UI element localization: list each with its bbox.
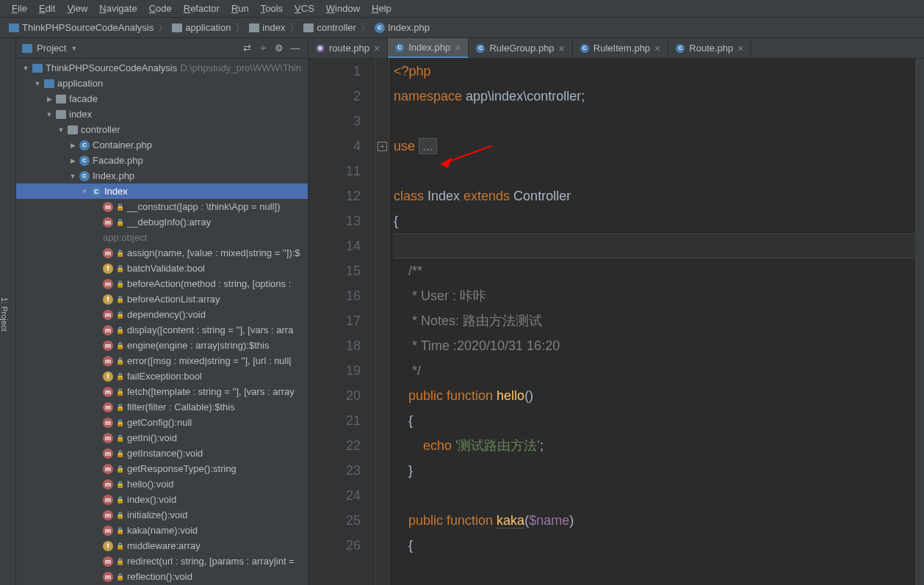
editor-tab[interactable]: ⊞route.php×: [308, 38, 388, 58]
lock-icon: 🔒: [116, 265, 124, 272]
hide-icon[interactable]: —: [289, 42, 302, 55]
tree-item[interactable]: app:object: [16, 230, 308, 245]
tree-item[interactable]: m🔒reflection():void: [16, 569, 308, 584]
tree-arrow[interactable]: [69, 157, 76, 164]
gear-icon[interactable]: ⚙: [272, 42, 286, 55]
tree-item[interactable]: m🔒__construct([app : \think\App = null]): [16, 199, 308, 214]
tree-item[interactable]: f🔒beforeActionList:array: [16, 291, 308, 307]
project-tool-tab[interactable]: 1: Project: [0, 38, 16, 585]
breadcrumb-item[interactable]: ThinkPHPSourceCodeAnalysis: [6, 22, 156, 33]
tree-item[interactable]: m🔒getResponseType():string: [16, 461, 308, 476]
chevron-down-icon[interactable]: ▼: [71, 45, 77, 52]
breadcrumb-item[interactable]: index: [246, 22, 288, 33]
menu-tools[interactable]: Tools: [255, 3, 289, 14]
tree-item[interactable]: f🔒middleware:array: [16, 538, 308, 553]
tree-item[interactable]: m🔒hello():void: [16, 476, 308, 492]
vertical-scrollbar[interactable]: [915, 59, 924, 585]
method-icon: m: [103, 217, 113, 228]
tree-item[interactable]: CFacade.php: [16, 153, 308, 168]
menu-help[interactable]: Help: [366, 3, 397, 14]
tree-label: batchValidate:bool: [127, 263, 205, 274]
method-icon: m: [103, 310, 113, 320]
close-icon[interactable]: ×: [374, 43, 380, 54]
tree-arrow[interactable]: [69, 172, 76, 180]
breadcrumb-item[interactable]: application: [169, 22, 234, 33]
tree-arrow[interactable]: [46, 111, 53, 118]
collapse-icon[interactable]: ÷: [256, 42, 270, 55]
tree-item[interactable]: CIndex: [16, 184, 308, 199]
folded-region[interactable]: ...: [419, 138, 437, 154]
menu-window[interactable]: Window: [320, 3, 366, 14]
tree-item[interactable]: index: [16, 106, 308, 122]
project-tree[interactable]: ThinkPHPSourceCodeAnalysis D:\phpstudy_p…: [16, 59, 308, 585]
tree-label: Container.php: [93, 139, 152, 150]
tree-item[interactable]: m🔒filter(filter : Callable):$this: [16, 399, 308, 415]
php-icon: C: [375, 23, 385, 33]
tree-arrow[interactable]: [81, 188, 88, 195]
editor-tab[interactable]: CRuleItem.php×: [573, 38, 669, 58]
editor-tab[interactable]: CIndex.php×: [388, 38, 469, 58]
tree-item[interactable]: f🔒failException:bool: [16, 368, 308, 384]
tree-item[interactable]: m🔒getIni():void: [16, 430, 308, 446]
tree-item[interactable]: m🔒getConfig():null: [16, 415, 308, 430]
project-panel-title[interactable]: Project: [37, 43, 66, 54]
tree-item[interactable]: m🔒index():void: [16, 492, 308, 507]
menu-view[interactable]: View: [61, 3, 93, 14]
tree-item[interactable]: controller: [16, 122, 308, 137]
tree-item[interactable]: ThinkPHPSourceCodeAnalysis D:\phpstudy_p…: [16, 60, 308, 76]
method-icon: m: [103, 279, 113, 289]
tree-item[interactable]: m🔒assign(name, [value : mixed|string = '…: [16, 245, 308, 261]
menu-edit[interactable]: Edit: [33, 3, 61, 14]
menu-vcs[interactable]: VCS: [289, 3, 320, 14]
tree-item[interactable]: f🔒batchValidate:bool: [16, 261, 308, 276]
code-token: {: [394, 214, 398, 228]
tree-label: getInstance():void: [127, 448, 203, 459]
breadcrumb-item[interactable]: CIndex.php: [372, 22, 433, 33]
fold-expand-icon[interactable]: +: [378, 142, 387, 151]
close-icon[interactable]: ×: [559, 43, 565, 54]
editor-tab[interactable]: CRuleGroup.php×: [469, 38, 572, 58]
lock-icon: 🔒: [116, 542, 124, 550]
tree-item[interactable]: m🔒error([msg : mixed|string = ''], [url …: [16, 353, 308, 368]
tree-arrow[interactable]: [22, 65, 29, 72]
close-icon[interactable]: ×: [455, 42, 461, 54]
scroll-from-source-icon[interactable]: ⇄: [240, 42, 253, 55]
close-icon[interactable]: ×: [737, 43, 743, 54]
breadcrumb-item[interactable]: controller: [300, 22, 358, 33]
tree-arrow[interactable]: [69, 142, 76, 149]
php-file-icon: C: [79, 171, 90, 181]
code-token: namespace: [394, 89, 466, 103]
tree-arrow[interactable]: [46, 95, 53, 103]
tree-item[interactable]: m🔒redirect(url : string, [params : array…: [16, 553, 308, 569]
menu-code[interactable]: Code: [143, 3, 178, 14]
menu-run[interactable]: Run: [225, 3, 255, 14]
fold-column[interactable]: +: [376, 59, 389, 585]
tree-item[interactable]: application: [16, 76, 308, 91]
tree-item[interactable]: m🔒__debugInfo():array: [16, 214, 308, 230]
tree-label: facade: [69, 93, 98, 104]
tree-label: Index: [104, 186, 128, 197]
menu-navigate[interactable]: Navigate: [93, 3, 142, 14]
code-lines[interactable]: <?php namespace app\index\controller; us…: [389, 59, 915, 585]
tree-item[interactable]: CIndex.php: [16, 168, 308, 184]
menu-refactor[interactable]: Refactor: [178, 3, 225, 14]
tree-label: initialize():void: [127, 509, 187, 520]
tree-item[interactable]: m🔒initialize():void: [16, 507, 308, 523]
menu-file[interactable]: File: [6, 3, 33, 14]
tree-item[interactable]: m🔒fetch([template : string = ''], [vars …: [16, 384, 308, 399]
tree-item[interactable]: m🔒engine(engine : array|string):$this: [16, 338, 308, 353]
tree-item[interactable]: CContainer.php: [16, 137, 308, 153]
tree-item[interactable]: m🔒beforeAction(method : string, [options…: [16, 276, 308, 291]
lock-icon: 🔒: [116, 357, 124, 365]
editor-tab[interactable]: CRoute.php×: [668, 38, 751, 58]
tab-label: RuleGroup.php: [489, 43, 554, 54]
tree-item[interactable]: m🔒kaka(name):void: [16, 523, 308, 538]
tree-arrow[interactable]: [57, 126, 65, 134]
tree-item[interactable]: m🔒display([content : string = ''], [vars…: [16, 322, 308, 338]
close-icon[interactable]: ×: [654, 43, 660, 54]
tree-arrow[interactable]: [34, 80, 41, 87]
tree-item[interactable]: m🔒dependency():void: [16, 307, 308, 322]
tree-item[interactable]: facade: [16, 91, 308, 106]
code-editor[interactable]: 123411121314151617181920212223242526 + <…: [308, 59, 924, 585]
tree-item[interactable]: m🔒getInstance():void: [16, 446, 308, 461]
